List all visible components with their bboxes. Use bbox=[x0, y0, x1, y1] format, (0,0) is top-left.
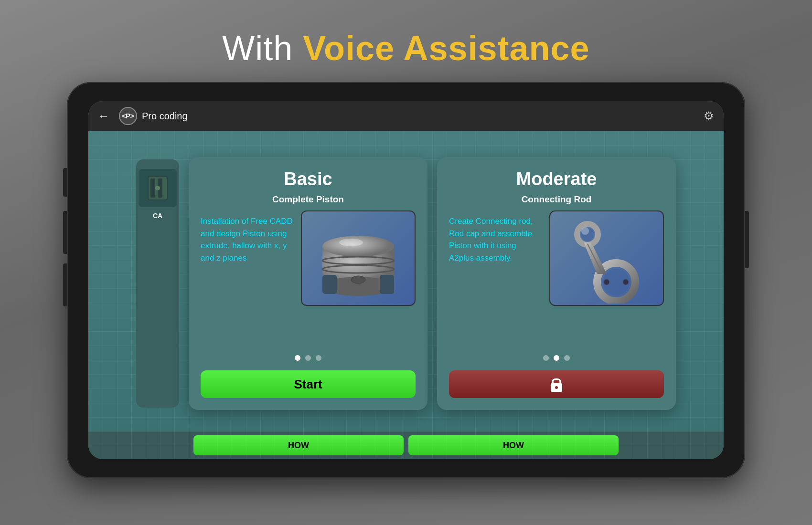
svg-point-11 bbox=[351, 276, 365, 284]
start-button[interactable]: Start bbox=[201, 370, 416, 398]
moderate-card-description: Create Connecting rod, Rod cap and assem… bbox=[449, 210, 542, 349]
moderate-card-image bbox=[549, 210, 664, 306]
mod-dot-1 bbox=[543, 355, 549, 361]
basic-card-subtitle: Complete Piston bbox=[201, 194, 416, 205]
phone-screen: ← <P> Pro coding ⚙ bbox=[88, 101, 724, 459]
phone-btn-volume-down bbox=[63, 211, 67, 254]
svg-point-26 bbox=[555, 386, 558, 389]
lock-button[interactable] bbox=[449, 370, 664, 398]
moderate-card-content: Create Connecting rod, Rod cap and assem… bbox=[449, 210, 664, 349]
connecting-rod-model bbox=[559, 213, 654, 304]
dot-3 bbox=[316, 355, 321, 361]
left-peek-label: CA bbox=[153, 212, 162, 220]
engine-part-icon bbox=[143, 174, 172, 202]
basic-card: Basic Complete Piston Installation of Fr… bbox=[189, 157, 427, 410]
mod-dot-2 bbox=[554, 355, 559, 361]
app-logo: <P> bbox=[119, 107, 137, 125]
svg-point-24 bbox=[581, 227, 589, 235]
back-button[interactable]: ← bbox=[98, 109, 109, 123]
phone-btn-volume-up bbox=[63, 168, 67, 197]
basic-card-description: Installation of Free CADD and design Pis… bbox=[201, 210, 294, 349]
basic-card-image bbox=[301, 210, 416, 306]
dot-1 bbox=[295, 355, 300, 361]
cards-area: Basic Complete Piston Installation of Fr… bbox=[189, 157, 676, 410]
svg-point-23 bbox=[623, 279, 629, 285]
title-highlight: Voice Assistance bbox=[303, 29, 589, 67]
lock-icon bbox=[548, 376, 565, 393]
phone-btn-power bbox=[745, 211, 749, 268]
screen-content: CA Basic Complete Piston Installation of… bbox=[88, 131, 724, 431]
basic-card-dots bbox=[201, 355, 416, 361]
svg-rect-13 bbox=[380, 275, 394, 294]
svg-rect-12 bbox=[322, 275, 337, 294]
moderate-card: Moderate Connecting Rod Create Connectin… bbox=[437, 157, 676, 410]
moderate-card-dots bbox=[449, 355, 664, 361]
phone-btn-mute bbox=[63, 263, 67, 306]
title-part1: With bbox=[222, 29, 303, 67]
basic-card-content: Installation of Free CADD and design Pis… bbox=[201, 210, 416, 349]
svg-point-22 bbox=[604, 279, 609, 285]
left-peek-card: CA bbox=[136, 159, 179, 408]
left-peek-image bbox=[139, 169, 177, 207]
piston-model bbox=[310, 213, 406, 304]
phone-frame: ← <P> Pro coding ⚙ bbox=[67, 82, 745, 478]
moderate-card-subtitle: Connecting Rod bbox=[449, 194, 664, 205]
moderate-card-title: Moderate bbox=[449, 169, 664, 189]
mod-dot-3 bbox=[564, 355, 570, 361]
top-bar: ← <P> Pro coding ⚙ bbox=[88, 101, 724, 131]
app-name: Pro coding bbox=[142, 111, 704, 122]
settings-icon[interactable]: ⚙ bbox=[704, 109, 714, 123]
basic-card-title: Basic bbox=[201, 169, 416, 189]
svg-point-3 bbox=[155, 186, 160, 190]
svg-point-14 bbox=[339, 239, 363, 246]
dot-2 bbox=[305, 355, 311, 361]
svg-rect-1 bbox=[150, 178, 155, 198]
svg-point-8 bbox=[322, 236, 394, 257]
main-title: With Voice Assistance bbox=[222, 29, 589, 68]
